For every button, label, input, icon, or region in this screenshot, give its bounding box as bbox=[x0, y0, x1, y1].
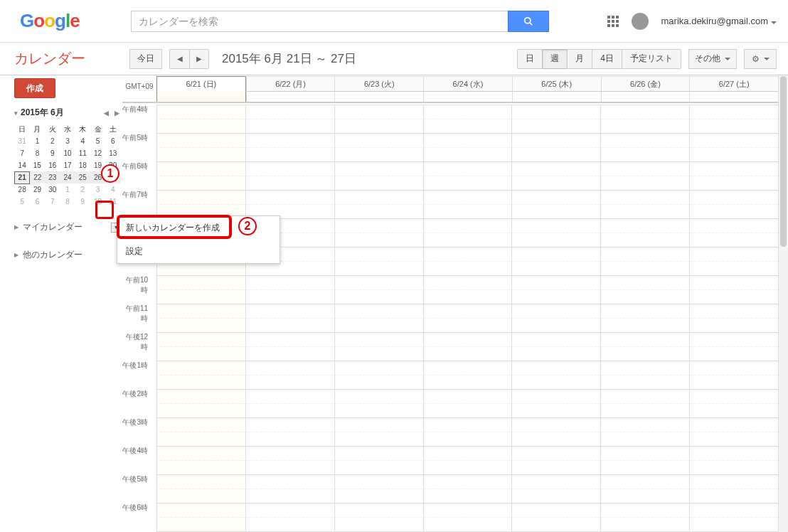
day-header[interactable]: 6/23 (火) bbox=[334, 76, 423, 92]
sidebar: 作成 ▾ 2015年 6月 ◀ ▶ 日月火水木金土 31123456789101… bbox=[14, 78, 121, 263]
view-week[interactable]: 週 bbox=[542, 49, 567, 69]
user-email[interactable]: marika.dekiru@gmail.com bbox=[661, 16, 777, 26]
day-header[interactable]: 6/27 (土) bbox=[689, 76, 778, 92]
menu-new-calendar[interactable]: 新しいカレンダーを作成 bbox=[117, 216, 279, 240]
other-calendars-header[interactable]: ▶ 他のカレンダー bbox=[14, 247, 121, 263]
day-header[interactable]: 6/25 (木) bbox=[512, 76, 601, 92]
mini-day[interactable]: 2 bbox=[75, 183, 90, 196]
day-header-row: GMT+09 6/21 (日)6/22 (月)6/23 (火)6/24 (水)6… bbox=[122, 76, 778, 92]
allday-cell[interactable] bbox=[156, 92, 246, 102]
mini-day[interactable]: 9 bbox=[75, 196, 90, 208]
mini-day[interactable]: 12 bbox=[90, 147, 105, 159]
mini-day[interactable]: 23 bbox=[45, 171, 60, 183]
mini-day[interactable]: 24 bbox=[60, 171, 75, 183]
mini-day[interactable]: 17 bbox=[60, 159, 75, 171]
day-column[interactable] bbox=[689, 105, 778, 532]
mini-day[interactable]: 27 bbox=[105, 171, 120, 183]
mini-weekday: 火 bbox=[45, 123, 60, 135]
day-header[interactable]: 6/21 (日) bbox=[156, 76, 246, 92]
google-logo[interactable]: Google bbox=[20, 10, 80, 32]
view-day[interactable]: 日 bbox=[517, 49, 542, 69]
prev-button[interactable]: ◀ bbox=[169, 49, 189, 69]
mini-day[interactable]: 10 bbox=[60, 147, 75, 159]
mini-day[interactable]: 11 bbox=[105, 196, 120, 208]
create-button[interactable]: 作成 bbox=[14, 78, 55, 98]
mini-day[interactable]: 2 bbox=[45, 135, 60, 147]
allday-cell[interactable] bbox=[423, 92, 512, 102]
mini-day[interactable]: 4 bbox=[105, 183, 120, 196]
mini-prev[interactable]: ◀ bbox=[102, 110, 110, 117]
scrollbar-thumb[interactable] bbox=[780, 76, 787, 247]
day-column[interactable] bbox=[511, 105, 600, 532]
allday-cell[interactable] bbox=[512, 92, 601, 102]
mini-day[interactable]: 7 bbox=[45, 196, 60, 208]
day-column[interactable] bbox=[423, 105, 512, 532]
allday-cell[interactable] bbox=[601, 92, 690, 102]
mini-day[interactable]: 1 bbox=[30, 135, 45, 147]
day-column[interactable] bbox=[245, 105, 334, 532]
mini-day[interactable]: 8 bbox=[30, 147, 45, 159]
more-button[interactable]: その他 bbox=[688, 49, 737, 69]
scrollbar[interactable] bbox=[778, 76, 788, 532]
avatar[interactable] bbox=[632, 13, 649, 30]
svg-line-1 bbox=[529, 22, 532, 25]
time-label: 午後1時 bbox=[122, 361, 152, 389]
mini-day[interactable]: 16 bbox=[45, 159, 60, 171]
mini-day[interactable]: 18 bbox=[75, 159, 90, 171]
day-column[interactable] bbox=[334, 105, 423, 532]
mini-day[interactable]: 3 bbox=[60, 135, 75, 147]
mini-day[interactable]: 6 bbox=[105, 135, 120, 147]
apps-icon[interactable] bbox=[607, 16, 619, 27]
time-label: 午後4時 bbox=[122, 446, 152, 474]
view-4days[interactable]: 4日 bbox=[592, 49, 622, 69]
day-header[interactable]: 6/22 (月) bbox=[246, 76, 335, 92]
mini-day[interactable]: 4 bbox=[75, 135, 90, 147]
mini-day[interactable]: 7 bbox=[15, 147, 30, 159]
header-right: marika.dekiru@gmail.com bbox=[607, 13, 777, 30]
mini-day[interactable]: 26 bbox=[90, 171, 105, 183]
mini-day[interactable]: 25 bbox=[75, 171, 90, 183]
mini-day[interactable]: 6 bbox=[30, 196, 45, 208]
calendar-menu-popup: 新しいカレンダーを作成 設定 bbox=[117, 216, 280, 264]
mini-day[interactable]: 5 bbox=[90, 135, 105, 147]
mini-day[interactable]: 10 bbox=[90, 196, 105, 208]
my-calendars-header[interactable]: ▶ マイカレンダー ▾ bbox=[14, 219, 121, 235]
day-column[interactable] bbox=[600, 105, 689, 532]
mini-day[interactable]: 1 bbox=[60, 183, 75, 196]
allday-cell[interactable] bbox=[246, 92, 335, 102]
allday-cell[interactable] bbox=[689, 92, 778, 102]
mini-day[interactable]: 31 bbox=[15, 135, 30, 147]
mini-day[interactable]: 20 bbox=[105, 159, 120, 171]
caret-down-icon bbox=[771, 21, 777, 24]
mini-day[interactable]: 28 bbox=[15, 183, 30, 196]
mini-day[interactable]: 15 bbox=[30, 159, 45, 171]
mini-day[interactable]: 11 bbox=[75, 147, 90, 159]
mini-next[interactable]: ▶ bbox=[113, 110, 121, 117]
mini-day[interactable]: 9 bbox=[45, 147, 60, 159]
search-input[interactable] bbox=[131, 11, 508, 32]
mini-day[interactable]: 29 bbox=[30, 183, 45, 196]
mini-day[interactable]: 21 bbox=[15, 171, 30, 183]
calendar-grid: GMT+09 6/21 (日)6/22 (月)6/23 (火)6/24 (水)6… bbox=[122, 76, 778, 532]
mini-day[interactable]: 8 bbox=[60, 196, 75, 208]
mini-day[interactable]: 14 bbox=[15, 159, 30, 171]
allday-cell[interactable] bbox=[334, 92, 423, 102]
day-header[interactable]: 6/24 (水) bbox=[423, 76, 512, 92]
mini-day[interactable]: 19 bbox=[90, 159, 105, 171]
next-button[interactable]: ▶ bbox=[189, 49, 209, 69]
mini-day[interactable]: 13 bbox=[105, 147, 120, 159]
menu-settings[interactable]: 設定 bbox=[117, 240, 279, 263]
search-button[interactable] bbox=[508, 11, 549, 32]
view-month[interactable]: 月 bbox=[567, 49, 592, 69]
settings-button[interactable]: ⚙ bbox=[744, 49, 777, 69]
day-header[interactable]: 6/26 (金) bbox=[601, 76, 690, 92]
day-column[interactable] bbox=[156, 105, 245, 532]
mini-weekday: 水 bbox=[60, 123, 75, 135]
mini-day[interactable]: 22 bbox=[30, 171, 45, 183]
mini-day[interactable]: 30 bbox=[45, 183, 60, 196]
grid-body[interactable]: 午前4時午前5時午前6時午前7時午前8時午前9時午前10時午前11時午後12時午… bbox=[122, 105, 778, 532]
mini-day[interactable]: 5 bbox=[15, 196, 30, 208]
mini-day[interactable]: 3 bbox=[90, 183, 105, 196]
view-agenda[interactable]: 予定リスト bbox=[622, 49, 681, 69]
today-button[interactable]: 今日 bbox=[129, 49, 162, 69]
